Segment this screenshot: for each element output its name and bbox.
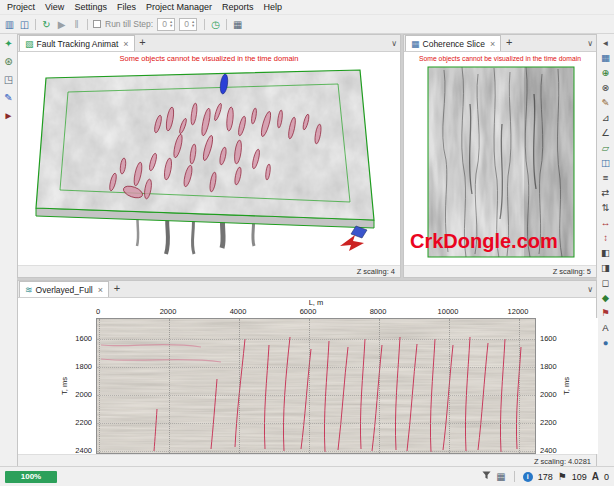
separator <box>204 19 205 30</box>
overlayed-panel: ≋ Overlayed_Full × + ∨ L, m 020004000600… <box>17 280 597 466</box>
pause-icon[interactable]: ‖ <box>69 17 84 32</box>
section-icon: ≋ <box>25 285 33 295</box>
toolbar-icons-left: ▥◫↻▶‖ <box>2 17 91 32</box>
workflow-icon[interactable]: ✦ <box>1 37 16 51</box>
a-count: 0 <box>604 472 609 482</box>
swap-horizontal-icon[interactable]: ⇄ <box>598 186 613 199</box>
menu-item-view[interactable]: View <box>40 1 69 13</box>
x-tick-label: 10000 <box>434 307 462 316</box>
half-left-icon[interactable]: ◧ <box>598 246 613 259</box>
collapse-arrow-icon[interactable]: ◂ <box>598 36 613 49</box>
info-icon: i <box>523 472 533 482</box>
gridline-horizontal <box>97 423 535 424</box>
close-tab-icon[interactable]: × <box>490 39 495 49</box>
3d-view-icon: ▧ <box>25 39 34 49</box>
split-view-icon[interactable]: ◫ <box>598 156 613 169</box>
y-tick-label: 1800 <box>540 362 557 371</box>
width-icon[interactable]: ↔ <box>598 216 613 229</box>
square-icon[interactable]: ◻ <box>598 276 613 289</box>
project-window-icon[interactable]: ▥ <box>2 17 17 32</box>
triangle-ruler-icon[interactable]: ⊿ <box>598 111 613 124</box>
separator <box>35 19 36 30</box>
coherence-view[interactable]: CrkDongle.com <box>404 64 596 265</box>
pointer-icon[interactable]: ► <box>1 109 16 123</box>
new-tab-button[interactable]: + <box>501 35 517 51</box>
z-scaling-value: Z scaling: 5 <box>553 267 591 276</box>
left-toolbar: ✦⊛◳✎► <box>0 34 17 466</box>
statusbar: 100% ▦ i 178 ⚑ 109 A 0 <box>0 466 614 486</box>
spinner-arrows-icon[interactable]: ▴▾ <box>192 20 194 28</box>
plot-overlay <box>97 319 535 453</box>
half-right-icon[interactable]: ◨ <box>598 261 613 274</box>
grid-view-icon[interactable]: ◳ <box>1 73 16 87</box>
menu-item-project-manager[interactable]: Project Manager <box>141 1 217 13</box>
list-icon[interactable]: ≡ <box>598 171 613 184</box>
clock-icon[interactable]: ◷ <box>208 17 223 32</box>
save-project-icon[interactable]: ◫ <box>17 17 32 32</box>
menu-item-reports[interactable]: Reports <box>217 1 259 13</box>
close-tab-icon[interactable]: × <box>123 39 128 49</box>
dot-icon[interactable]: ● <box>598 336 613 349</box>
polygon-icon[interactable]: ▱ <box>598 141 613 154</box>
x-tick-label: 2000 <box>154 307 182 316</box>
z-scaling-footer: Z scaling: 5 <box>404 265 596 277</box>
table-icon[interactable]: ▦ <box>496 471 505 483</box>
y-tick-label: 2400 <box>540 446 557 455</box>
crosshair-icon[interactable]: ⊗ <box>598 81 613 94</box>
grid-icon[interactable]: ▦ <box>598 51 613 64</box>
y-tick-label: 2000 <box>540 390 557 399</box>
seismic-section[interactable] <box>96 318 536 454</box>
diamond-icon[interactable]: ◆ <box>598 291 613 304</box>
flag-icon[interactable]: ⚑ <box>598 306 613 319</box>
step-value-1: 0 <box>162 19 167 29</box>
run-till-step-label: Run till Step: <box>105 19 153 29</box>
progress-label: 100% <box>21 472 41 481</box>
new-tab-button[interactable]: + <box>135 35 151 51</box>
fault-tracking-tabbar: ▧ Fault Tracking Animat × + ∨ <box>18 35 400 52</box>
x-axis-header: L, m 020004000600080001000012000 <box>18 298 596 318</box>
run-icon[interactable]: ▶ <box>54 17 69 32</box>
coherence-tabbar: ▦ Coherence Slice × + ∨ <box>404 35 596 52</box>
filter-icon[interactable] <box>482 471 491 483</box>
close-tab-icon[interactable]: × <box>98 285 103 295</box>
x-tick-label: 6000 <box>294 307 322 316</box>
step-spinner-2[interactable]: 0 ▴▾ <box>179 18 197 31</box>
table-icon[interactable]: ▦ <box>230 17 245 32</box>
gear-icon[interactable]: ⊛ <box>1 55 16 69</box>
restart-icon[interactable]: ↻ <box>39 17 54 32</box>
z-scaling-value: Z scaling: 4.0281 <box>534 457 591 466</box>
angle-icon[interactable]: ∠ <box>598 126 613 139</box>
tab-label: Fault Tracking Animat <box>37 39 119 49</box>
run-till-step-checkbox[interactable] <box>93 20 101 28</box>
warning-text: Some objects cannot be visualized in the… <box>120 54 299 63</box>
height-icon[interactable]: ↕ <box>598 231 613 244</box>
add-circle-icon[interactable]: ⊕ <box>598 66 613 79</box>
swap-vertical-icon[interactable]: ⇅ <box>598 201 613 214</box>
text-icon[interactable]: A <box>598 321 613 334</box>
menu-item-settings[interactable]: Settings <box>69 1 112 13</box>
warning-banner: Some objects cannot be visualized in the… <box>18 52 400 64</box>
tab-coherence[interactable]: ▦ Coherence Slice × <box>405 35 501 51</box>
tab-fault-tracking[interactable]: ▧ Fault Tracking Animat × <box>19 35 135 51</box>
spinner-arrows-icon[interactable]: ▴▾ <box>170 20 172 28</box>
y-tick-label: 2000 <box>75 390 92 399</box>
tab-list-chevron-icon[interactable]: ∨ <box>391 39 397 48</box>
coherence-panel: ▦ Coherence Slice × + ∨ Some objects can… <box>403 34 597 278</box>
progress-bar: 100% <box>5 471 57 483</box>
edit-icon[interactable]: ✎ <box>1 91 16 105</box>
menu-item-files[interactable]: Files <box>112 1 141 13</box>
new-tab-button[interactable]: + <box>109 281 125 297</box>
tab-list-chevron-icon[interactable]: ∨ <box>587 285 593 294</box>
3d-view[interactable] <box>18 64 400 265</box>
y-tick-label: 1800 <box>75 362 92 371</box>
gridline-horizontal <box>97 339 535 340</box>
pencil-icon[interactable]: ✎ <box>598 96 613 109</box>
orientation-gizmo-icon[interactable] <box>340 226 367 251</box>
menu-item-help[interactable]: Help <box>258 1 287 13</box>
z-scaling-footer: Z scaling: 4 <box>18 265 400 277</box>
tab-list-chevron-icon[interactable]: ∨ <box>587 39 593 48</box>
tab-overlayed[interactable]: ≋ Overlayed_Full × <box>19 281 109 297</box>
menu-item-project[interactable]: Project <box>2 1 40 13</box>
right-toolbar: ◂▦⊕⊗✎⊿∠▱◫≡⇄⇅↔↕◧◨◻◆⚑A● <box>597 34 614 466</box>
step-spinner-1[interactable]: 0 ▴▾ <box>157 18 175 31</box>
